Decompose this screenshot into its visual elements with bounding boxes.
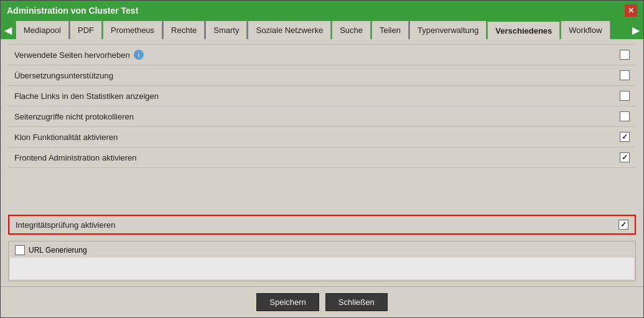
url-section: URL Generierung	[8, 241, 636, 281]
setting-row-flache-links: Flache Links in den Statistiken anzeigen	[8, 86, 636, 106]
tab-workflow[interactable]: Workflow	[561, 21, 610, 39]
setting-row-uebersetzung: Übersetzungsunterstützung	[8, 65, 636, 86]
setting-label-flache-links: Flache Links in den Statistiken anzeigen	[14, 91, 159, 101]
setting-checkbox-verwendete-seiten[interactable]	[620, 50, 630, 60]
setting-checkbox-frontend-admin[interactable]	[620, 152, 630, 162]
highlighted-setting-checkbox[interactable]	[618, 220, 628, 230]
tab-smarty[interactable]: Smarty	[205, 21, 247, 39]
setting-checkbox-klon[interactable]	[620, 132, 630, 142]
setting-checkbox-uebersetzung[interactable]	[620, 70, 630, 80]
tabs-container: ◀ MediapoolPDFPrometheusRechteSmartySozi…	[1, 21, 643, 39]
url-section-body	[10, 258, 634, 279]
setting-label-uebersetzung: Übersetzungsunterstützung	[14, 71, 113, 80]
dialog: Administration von Cluster Test ✕ ◀ Medi…	[0, 0, 644, 318]
titlebar: Administration von Cluster Test ✕	[1, 1, 643, 21]
setting-row-frontend-admin: Frontend Administration aktivieren	[8, 147, 636, 168]
dialog-title: Administration von Cluster Test	[7, 6, 138, 16]
tab-scroll-left[interactable]: ◀	[1, 21, 16, 39]
setting-checkbox-flache-links[interactable]	[620, 91, 630, 101]
setting-label-seitenzugriffe: Seitenzugriffe nicht protokollieren	[14, 112, 134, 121]
tab-pdf[interactable]: PDF	[70, 21, 102, 39]
tab-mediapool[interactable]: Mediapool	[16, 21, 69, 39]
tabs: MediapoolPDFPrometheusRechteSmartySozial…	[16, 21, 628, 39]
tab-typenverwaltung[interactable]: Typenverwaltung	[409, 21, 487, 39]
settings-group: Verwendete Seiten hervorhebeniÜbersetzun…	[8, 44, 636, 212]
tab-rechte[interactable]: Rechte	[163, 21, 205, 39]
setting-row-seitenzugriffe: Seitenzugriffe nicht protokollieren	[8, 106, 636, 127]
url-section-checkbox[interactable]	[15, 245, 25, 255]
tab-scroll-right[interactable]: ▶	[628, 21, 643, 39]
save-button[interactable]: Speichern	[256, 293, 319, 311]
tab-soziale-netzwerke[interactable]: Soziale Netzwerke	[248, 21, 331, 39]
setting-checkbox-seitenzugriffe[interactable]	[620, 111, 630, 121]
tab-teilen[interactable]: Teilen	[371, 21, 409, 39]
setting-label-frontend-admin: Frontend Administration aktivieren	[14, 153, 137, 162]
setting-row-verwendete-seiten: Verwendete Seiten hervorhebeni	[8, 44, 636, 65]
setting-label-verwendete-seiten: Verwendete Seiten hervorhebeni	[14, 50, 144, 60]
highlighted-setting-label: Integritätsprüfung aktivieren	[16, 220, 115, 230]
info-icon-verwendete-seiten[interactable]: i	[134, 50, 144, 60]
close-dialog-button[interactable]: ✕	[625, 4, 637, 17]
url-section-label: URL Generierung	[29, 246, 87, 255]
setting-label-klon: Klon Funktionalität aktivieren	[14, 133, 118, 142]
footer: Speichern Schließen	[1, 286, 643, 317]
setting-row-klon: Klon Funktionalität aktivieren	[8, 127, 636, 147]
close-button[interactable]: Schließen	[325, 293, 388, 311]
content-area: Verwendete Seiten hervorhebeniÜbersetzun…	[1, 39, 643, 286]
tab-suche[interactable]: Suche	[332, 21, 371, 39]
tab-prometheus[interactable]: Prometheus	[103, 21, 162, 39]
tab-verschiedenes[interactable]: Verschiedenes	[487, 21, 560, 39]
highlighted-setting-row: Integritätsprüfung aktivieren	[8, 215, 636, 235]
url-section-header: URL Generierung	[10, 243, 634, 258]
